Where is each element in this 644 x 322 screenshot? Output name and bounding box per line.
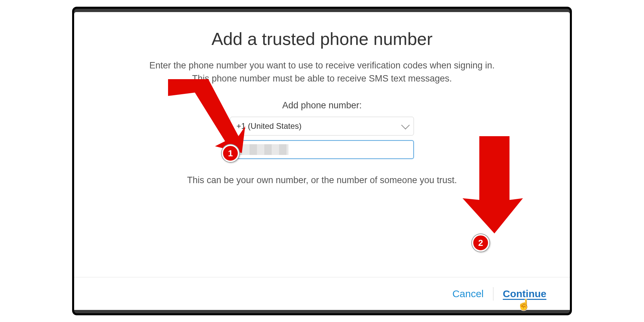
add-trusted-phone-dialog: Add a trusted phone number Enter the pho… [74,12,570,310]
cancel-button[interactable]: Cancel [443,288,493,300]
annotation-arrow-2 [459,133,526,237]
window-frame: Add a trusted phone number Enter the pho… [72,7,572,315]
dialog-footer: Cancel Continue ☝ [74,277,570,310]
svg-marker-0 [168,79,245,153]
annotation-badge-2: 2 [472,234,489,252]
country-code-select[interactable]: +1 (United States) [230,117,414,136]
chevron-down-icon [401,121,410,129]
phone-number-input[interactable] [230,140,414,159]
annotation-arrow-1 [161,76,249,156]
dialog-title: Add a trusted phone number [74,29,570,49]
svg-marker-1 [463,136,523,233]
continue-button[interactable]: Continue ☝ [493,288,546,300]
annotation-badge-1: 1 [222,145,239,162]
pointer-cursor-icon: ☝ [517,298,531,311]
phone-field-label: Add phone number: [74,100,570,111]
